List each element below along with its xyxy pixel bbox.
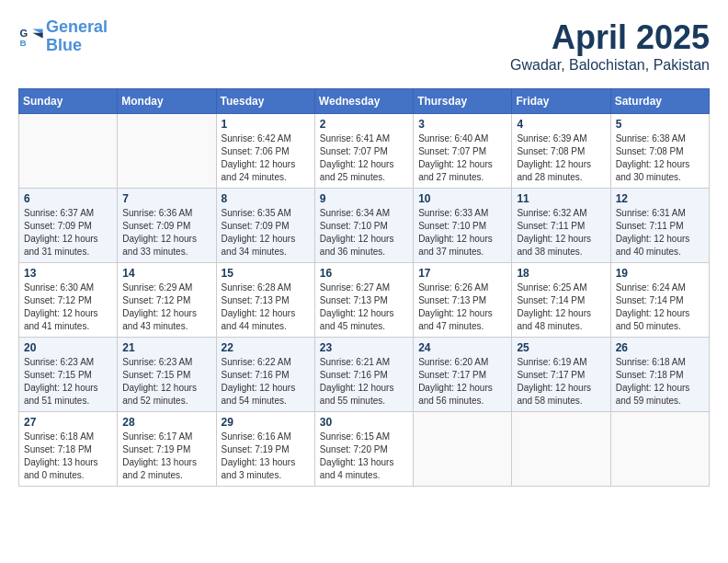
day-info: Sunrise: 6:16 AMSunset: 7:19 PMDaylight:… bbox=[222, 431, 310, 482]
day-number: 26 bbox=[616, 341, 704, 354]
day-number: 23 bbox=[320, 341, 408, 354]
day-number: 5 bbox=[616, 118, 704, 131]
day-info: Sunrise: 6:41 AMSunset: 7:07 PMDaylight:… bbox=[320, 132, 408, 184]
day-info: Sunrise: 6:36 AMSunset: 7:09 PMDaylight:… bbox=[122, 207, 210, 259]
calendar-cell: 6Sunrise: 6:37 AMSunset: 7:09 PMDaylight… bbox=[19, 189, 118, 263]
day-info: Sunrise: 6:38 AMSunset: 7:08 PMDaylight:… bbox=[616, 132, 704, 184]
day-info: Sunrise: 6:33 AMSunset: 7:10 PMDaylight:… bbox=[418, 207, 506, 259]
day-number: 15 bbox=[222, 267, 310, 280]
day-info: Sunrise: 6:23 AMSunset: 7:15 PMDaylight:… bbox=[24, 356, 112, 408]
calendar-cell: 12Sunrise: 6:31 AMSunset: 7:11 PMDayligh… bbox=[610, 189, 709, 263]
calendar-cell: 30Sunrise: 6:15 AMSunset: 7:20 PMDayligh… bbox=[314, 412, 413, 487]
svg-marker-3 bbox=[32, 33, 42, 39]
day-info: Sunrise: 6:34 AMSunset: 7:10 PMDaylight:… bbox=[320, 207, 408, 259]
day-number: 3 bbox=[418, 118, 506, 131]
weekday-header: Wednesday bbox=[314, 89, 413, 114]
day-number: 16 bbox=[320, 267, 408, 280]
day-info: Sunrise: 6:18 AMSunset: 7:18 PMDaylight:… bbox=[24, 431, 112, 482]
calendar-cell: 10Sunrise: 6:33 AMSunset: 7:10 PMDayligh… bbox=[414, 189, 512, 263]
calendar-cell bbox=[118, 114, 216, 189]
day-info: Sunrise: 6:17 AMSunset: 7:19 PMDaylight:… bbox=[122, 431, 210, 482]
logo-line2: Blue bbox=[46, 36, 82, 54]
calendar-cell: 20Sunrise: 6:23 AMSunset: 7:15 PMDayligh… bbox=[19, 338, 118, 412]
day-number: 9 bbox=[320, 192, 408, 205]
day-info: Sunrise: 6:30 AMSunset: 7:12 PMDaylight:… bbox=[24, 282, 112, 333]
calendar-cell bbox=[610, 412, 709, 487]
calendar-week-row: 13Sunrise: 6:30 AMSunset: 7:12 PMDayligh… bbox=[19, 263, 710, 338]
calendar-week-row: 1Sunrise: 6:42 AMSunset: 7:06 PMDaylight… bbox=[19, 114, 710, 189]
weekday-header: Friday bbox=[512, 89, 610, 114]
calendar-cell: 5Sunrise: 6:38 AMSunset: 7:08 PMDaylight… bbox=[610, 114, 709, 189]
calendar-cell: 17Sunrise: 6:26 AMSunset: 7:13 PMDayligh… bbox=[414, 263, 512, 338]
month-title: April 2025 bbox=[510, 18, 710, 57]
day-number: 20 bbox=[24, 341, 112, 354]
calendar-cell bbox=[19, 114, 118, 189]
day-info: Sunrise: 6:22 AMSunset: 7:16 PMDaylight:… bbox=[222, 356, 310, 408]
title-block: April 2025 Gwadar, Balochistan, Pakistan bbox=[510, 18, 710, 74]
day-info: Sunrise: 6:32 AMSunset: 7:11 PMDaylight:… bbox=[517, 207, 605, 259]
day-info: Sunrise: 6:40 AMSunset: 7:07 PMDaylight:… bbox=[418, 132, 506, 184]
logo: G B General Blue bbox=[18, 18, 108, 55]
day-number: 17 bbox=[418, 267, 506, 280]
day-info: Sunrise: 6:39 AMSunset: 7:08 PMDaylight:… bbox=[517, 132, 605, 184]
day-info: Sunrise: 6:19 AMSunset: 7:17 PMDaylight:… bbox=[517, 356, 605, 408]
calendar-week-row: 20Sunrise: 6:23 AMSunset: 7:15 PMDayligh… bbox=[19, 338, 710, 412]
day-info: Sunrise: 6:35 AMSunset: 7:09 PMDaylight:… bbox=[222, 207, 310, 259]
day-info: Sunrise: 6:15 AMSunset: 7:20 PMDaylight:… bbox=[320, 431, 408, 482]
svg-text:B: B bbox=[19, 38, 26, 48]
day-info: Sunrise: 6:21 AMSunset: 7:16 PMDaylight:… bbox=[320, 356, 408, 408]
calendar-cell: 8Sunrise: 6:35 AMSunset: 7:09 PMDaylight… bbox=[216, 189, 314, 263]
location: Gwadar, Balochistan, Pakistan bbox=[510, 57, 710, 74]
calendar-header-row: SundayMondayTuesdayWednesdayThursdayFrid… bbox=[19, 89, 710, 114]
day-info: Sunrise: 6:27 AMSunset: 7:13 PMDaylight:… bbox=[320, 282, 408, 333]
calendar-cell: 22Sunrise: 6:22 AMSunset: 7:16 PMDayligh… bbox=[216, 338, 314, 412]
calendar-cell: 4Sunrise: 6:39 AMSunset: 7:08 PMDaylight… bbox=[512, 114, 610, 189]
calendar-table: SundayMondayTuesdayWednesdayThursdayFrid… bbox=[18, 88, 710, 487]
day-number: 18 bbox=[517, 267, 605, 280]
day-number: 30 bbox=[320, 416, 408, 429]
calendar-cell: 19Sunrise: 6:24 AMSunset: 7:14 PMDayligh… bbox=[610, 263, 709, 338]
day-info: Sunrise: 6:31 AMSunset: 7:11 PMDaylight:… bbox=[616, 207, 704, 259]
day-number: 25 bbox=[517, 341, 605, 354]
day-info: Sunrise: 6:20 AMSunset: 7:17 PMDaylight:… bbox=[418, 356, 506, 408]
calendar-cell: 29Sunrise: 6:16 AMSunset: 7:19 PMDayligh… bbox=[216, 412, 314, 487]
calendar-cell: 16Sunrise: 6:27 AMSunset: 7:13 PMDayligh… bbox=[314, 263, 413, 338]
day-number: 14 bbox=[122, 267, 210, 280]
day-number: 24 bbox=[418, 341, 506, 354]
day-info: Sunrise: 6:37 AMSunset: 7:09 PMDaylight:… bbox=[24, 207, 112, 259]
logo-line1: General bbox=[46, 17, 108, 36]
weekday-header: Monday bbox=[118, 89, 216, 114]
day-number: 1 bbox=[222, 118, 310, 131]
logo-icon: G B bbox=[18, 24, 44, 50]
weekday-header: Tuesday bbox=[216, 89, 314, 114]
day-info: Sunrise: 6:26 AMSunset: 7:13 PMDaylight:… bbox=[418, 282, 506, 333]
weekday-header: Sunday bbox=[19, 89, 118, 114]
calendar-cell: 28Sunrise: 6:17 AMSunset: 7:19 PMDayligh… bbox=[118, 412, 216, 487]
calendar-cell: 13Sunrise: 6:30 AMSunset: 7:12 PMDayligh… bbox=[19, 263, 118, 338]
day-number: 19 bbox=[616, 267, 704, 280]
day-number: 28 bbox=[122, 416, 210, 429]
calendar-cell: 21Sunrise: 6:23 AMSunset: 7:15 PMDayligh… bbox=[118, 338, 216, 412]
day-info: Sunrise: 6:18 AMSunset: 7:18 PMDaylight:… bbox=[616, 356, 704, 408]
day-number: 13 bbox=[24, 267, 112, 280]
calendar-cell: 9Sunrise: 6:34 AMSunset: 7:10 PMDaylight… bbox=[314, 189, 413, 263]
day-number: 27 bbox=[24, 416, 112, 429]
day-info: Sunrise: 6:25 AMSunset: 7:14 PMDaylight:… bbox=[517, 282, 605, 333]
day-number: 7 bbox=[122, 192, 210, 205]
day-info: Sunrise: 6:42 AMSunset: 7:06 PMDaylight:… bbox=[222, 132, 310, 184]
calendar-cell: 3Sunrise: 6:40 AMSunset: 7:07 PMDaylight… bbox=[414, 114, 512, 189]
day-number: 10 bbox=[418, 192, 506, 205]
day-info: Sunrise: 6:23 AMSunset: 7:15 PMDaylight:… bbox=[122, 356, 210, 408]
day-info: Sunrise: 6:28 AMSunset: 7:13 PMDaylight:… bbox=[222, 282, 310, 333]
weekday-header: Thursday bbox=[414, 89, 512, 114]
calendar-cell bbox=[512, 412, 610, 487]
calendar-cell: 18Sunrise: 6:25 AMSunset: 7:14 PMDayligh… bbox=[512, 263, 610, 338]
day-number: 29 bbox=[222, 416, 310, 429]
day-number: 22 bbox=[222, 341, 310, 354]
day-number: 21 bbox=[122, 341, 210, 354]
day-info: Sunrise: 6:29 AMSunset: 7:12 PMDaylight:… bbox=[122, 282, 210, 333]
calendar-cell: 7Sunrise: 6:36 AMSunset: 7:09 PMDaylight… bbox=[118, 189, 216, 263]
calendar-cell: 15Sunrise: 6:28 AMSunset: 7:13 PMDayligh… bbox=[216, 263, 314, 338]
day-number: 4 bbox=[517, 118, 605, 131]
day-number: 11 bbox=[517, 192, 605, 205]
